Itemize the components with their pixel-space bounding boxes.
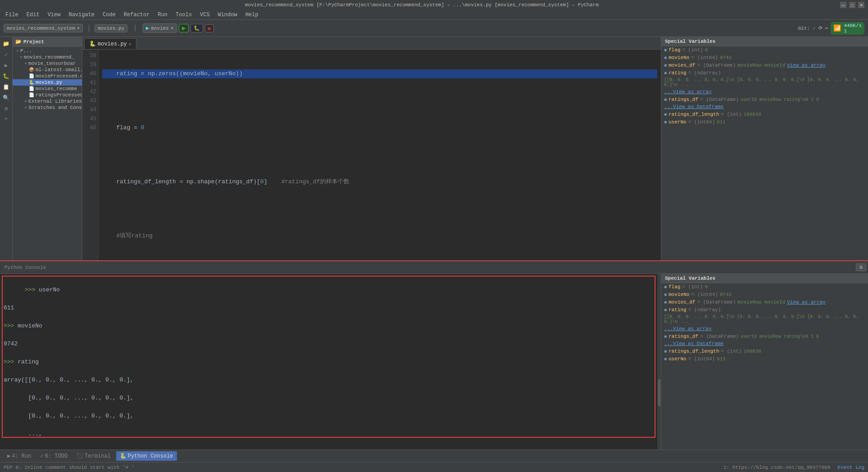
console-settings-btn[interactable]: ⚙	[856, 263, 866, 271]
menu-navigate[interactable]: Navigate	[65, 11, 98, 19]
run-button[interactable]: ▶	[179, 24, 189, 32]
tab-close-icon[interactable]: ✕	[129, 41, 131, 47]
output-rating-val1: array([[0., 0., 0., ..., 0., 0., 0.],	[4, 377, 134, 383]
menu-run[interactable]: Run	[154, 11, 171, 19]
menu-view[interactable]: View	[44, 11, 64, 19]
sidebar-icon-todo[interactable]: 📋	[1, 82, 11, 92]
maximize-button[interactable]: □	[849, 2, 855, 8]
sidebar-icon-project[interactable]: 📁	[1, 39, 11, 49]
git-undo-icon: ↩	[825, 25, 828, 31]
console-scrollbar-thumb[interactable]	[658, 379, 660, 406]
console-output[interactable]: >>> userNo 611 >>> movieNo 9742 >>> rati…	[0, 274, 661, 449]
var-icon5: ■	[664, 97, 667, 102]
status-bar: PEP 8: inline comment should start with …	[0, 462, 868, 472]
var-link-rating[interactable]: ...View as array	[664, 89, 712, 95]
tree-item-scratches[interactable]: ▾ Scratches and Conso	[13, 104, 82, 111]
pep8-warning: PEP 8: inline comment should start with …	[4, 465, 134, 470]
tree-item-zip[interactable]: 📦 ml-latest-small.zip	[13, 67, 82, 73]
separator2: |	[133, 24, 137, 32]
var-value-movieno: 9742	[720, 55, 732, 60]
cvar-icon2: ■	[664, 292, 667, 297]
line-num-43: 43	[82, 96, 96, 105]
zip-icon: 📦	[29, 67, 34, 73]
project-title: Project	[23, 39, 44, 45]
minimize-button[interactable]: —	[840, 2, 846, 8]
tab-movies-py[interactable]: 🐍 movies.py ✕	[84, 38, 136, 49]
var-type-ratingsdf: = (DataFrame)	[700, 97, 739, 102]
menu-window[interactable]: Window	[214, 11, 241, 19]
tree-item-movies-py[interactable]: 🐍 movies.py	[13, 79, 82, 86]
menu-file[interactable]: File	[2, 11, 22, 19]
var-type-userno: = (int64)	[688, 119, 715, 125]
console-header-label: Python Console	[2, 265, 49, 270]
tree-label6: movies.py	[36, 80, 62, 85]
code-line-38: rating = np.zeros((movieNo, userNo))	[102, 69, 657, 78]
tree-item-movies-recomme[interactable]: 📄 movies_recomme	[13, 86, 82, 92]
sidebar-icon-debug[interactable]: 🐛	[1, 71, 11, 81]
sidebar-icon-commit[interactable]: ✓	[1, 50, 11, 59]
var-link-ratingsdf[interactable]: ...View as Dataframe	[664, 104, 723, 109]
code-text2: flag = 0	[102, 123, 145, 132]
network-info: 440K/s 1	[844, 23, 862, 34]
var-value-rating: [[0. 0. 0. ... 0. 0. 0.]\n [0. 0. 0. ...…	[664, 77, 865, 87]
sidebar-icon-search[interactable]: 🔍	[1, 93, 11, 103]
run-toolbar: movies_recommend_system ▾ | movies.py | …	[0, 20, 868, 37]
console-right-panel: Special Variables ■ flag = (int) 0 ■ mov…	[661, 274, 868, 449]
tree-item-p[interactable]: ▾ P...	[13, 48, 82, 54]
file-icon3: 📄	[29, 92, 34, 98]
console-content: >>> userNo 611 >>> movieNo 9742 >>> rati…	[0, 274, 868, 449]
tree-arrow5: ▾	[24, 105, 27, 110]
prompt-movieno: >>>	[4, 322, 18, 329]
tree-item-movies-recommend[interactable]: ▾ movies_recommend_	[13, 54, 82, 60]
var-type-moviesdf: = (DataFrame)	[697, 63, 736, 68]
console-var-rating: ■ rating = (ndarray) [[0. 0. 0. ... 0. 0…	[661, 306, 868, 333]
run-config-label: movies	[151, 26, 169, 31]
cvar-link-ratingsdf[interactable]: ...View as Dataframe	[664, 341, 723, 346]
menu-code[interactable]: Code	[99, 11, 119, 19]
line-num-40: 40	[82, 69, 96, 78]
debug-button[interactable]: 🐛	[190, 24, 203, 32]
run-config-dropdown[interactable]: ▶ movies ▾	[143, 23, 176, 33]
tree-item-tensorboard[interactable]: ▾ movie_tensorboar	[13, 60, 82, 67]
menu-edit[interactable]: Edit	[23, 11, 43, 19]
file-dropdown[interactable]: movies.py	[95, 24, 127, 32]
var-item-moviesdf: ■ movies_df = (DataFrame) movieRow movie…	[661, 62, 868, 69]
menu-help[interactable]: Help	[242, 11, 262, 19]
variables-title: Special Variables	[665, 39, 715, 44]
stop-button[interactable]: ■	[205, 24, 214, 32]
python-console-label: Python Console	[128, 453, 173, 459]
var-name-rating: rating	[669, 70, 687, 76]
sidebar-icon-run[interactable]: ▶	[1, 60, 11, 70]
project-dropdown[interactable]: movies_recommend_system ▾	[4, 24, 83, 32]
sidebar-icon-settings[interactable]: ⚙	[1, 104, 11, 113]
cvar-value-userno: 611	[717, 356, 726, 362]
menu-tools[interactable]: Tools	[172, 11, 195, 19]
cvar-link-rating[interactable]: ...View as array	[664, 326, 712, 331]
tree-item-ratingsprocessed[interactable]: 📄 ratingsProcessed.c	[13, 92, 82, 98]
tree-item-external-libs[interactable]: ▾ External Libraries	[13, 98, 82, 104]
var-link-moviesdf[interactable]: View as array	[787, 63, 826, 68]
code-text3: ratings_df_length = np.shape(ratings_df)…	[102, 177, 281, 186]
code-line-40: flag = 0	[102, 123, 657, 132]
cvar-link-moviesdf[interactable]: View as array	[787, 300, 826, 305]
tab-terminal[interactable]: ⬛ Terminal	[73, 451, 114, 461]
close-button[interactable]: ✕	[858, 2, 864, 8]
file-icon2: 📄	[29, 86, 34, 91]
terminal-tab-label: Terminal	[85, 453, 111, 459]
line-num-45: 45	[82, 114, 96, 123]
tab-run[interactable]: ▶ 4: Run	[4, 451, 35, 461]
menu-bar: File Edit View Navigate Code Refactor Ru…	[0, 10, 868, 20]
tree-item-movieprocessed[interactable]: 📄 movieProcessed.cs	[13, 73, 82, 79]
run-config-icon: ▶	[146, 25, 149, 32]
tab-python-console[interactable]: 🐍 Python Console	[116, 451, 177, 461]
console-scrollbar[interactable]	[657, 274, 661, 449]
menu-vcs[interactable]: VCS	[196, 11, 213, 19]
sidebar-icon-add[interactable]: +	[1, 114, 11, 124]
cvar-name-movieno: movieNo	[669, 292, 689, 297]
tab-todo[interactable]: ✓ 6: TODO	[36, 451, 71, 461]
network-widget[interactable]: 📶 440K/s 1	[831, 22, 864, 35]
event-log-link[interactable]: Event Log	[838, 465, 864, 470]
console-var-userno: ■ userNo = (int64) 611	[661, 355, 868, 363]
tree-arrow: ▾	[16, 48, 19, 54]
menu-refactor[interactable]: Refactor	[120, 11, 154, 19]
